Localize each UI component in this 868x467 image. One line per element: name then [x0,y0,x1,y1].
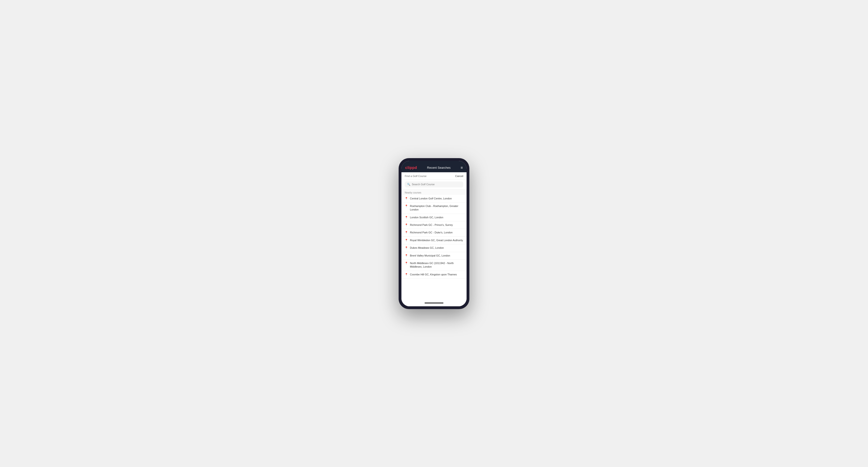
list-item[interactable]: 📍Brent Valley Municipal GC, London [401,252,467,259]
nav-title: Recent Searches [427,166,451,169]
course-name: Coombe Hill GC, Kingston upon Thames [410,273,457,276]
search-box: 🔍 [405,182,463,187]
course-name: Roehampton Club - Roehampton, Greater Lo… [410,205,463,212]
course-name: Richmond Park GC - Duke's, London [410,231,453,234]
course-name: Brent Valley Municipal GC, London [410,254,450,257]
course-list: 📍Central London Golf Centre, London📍Roeh… [401,195,467,279]
home-bar [425,303,443,304]
list-item[interactable]: 📍Dukes Meadows GC, London [401,244,467,252]
course-name: Royal Wimbledon GC, Great London Authori… [410,239,463,242]
pin-icon: 📍 [405,254,408,257]
course-name: Dukes Meadows GC, London [410,246,444,250]
find-label: Find a Golf Course [405,175,427,178]
app-logo: clippd [405,166,417,170]
pin-icon: 📍 [405,216,408,219]
list-item[interactable]: 📍Richmond Park GC - Prince's, Surrey [401,221,467,229]
status-bar [401,161,467,164]
phone-device: clippd Recent Searches ≡ Find a Golf Cou… [399,158,469,309]
list-item[interactable]: 📍North Middlesex GC (1011942 - North Mid… [401,259,467,271]
phone-screen: clippd Recent Searches ≡ Find a Golf Cou… [401,161,467,306]
list-item[interactable]: 📍Coombe Hill GC, Kingston upon Thames [401,271,467,278]
pin-icon: 📍 [405,205,408,208]
list-item[interactable]: 📍Royal Wimbledon GC, Great London Author… [401,237,467,244]
list-item[interactable]: 📍Richmond Park GC - Duke's, London [401,229,467,237]
list-item[interactable]: 📍Central London Golf Centre, London [401,195,467,203]
home-indicator [401,300,467,306]
course-name: North Middlesex GC (1011942 - North Midd… [410,261,463,269]
pin-icon: 📍 [405,223,408,226]
search-input[interactable] [412,183,461,186]
pin-icon: 📍 [405,197,408,200]
content-area: Find a Golf Course Cancel 🔍 Nearby cours… [401,172,467,300]
pin-icon: 📍 [405,246,408,249]
search-icon: 🔍 [407,183,410,186]
pin-icon: 📍 [405,231,408,234]
course-name: Richmond Park GC - Prince's, Surrey [410,223,453,227]
pin-icon: 📍 [405,239,408,242]
menu-icon[interactable]: ≡ [461,166,463,170]
cancel-button[interactable]: Cancel [455,175,463,178]
list-item[interactable]: 📍Roehampton Club - Roehampton, Greater L… [401,203,467,214]
search-container: 🔍 [401,180,467,189]
pin-icon: 📍 [405,273,408,276]
course-name: Central London Golf Centre, London [410,197,452,200]
pin-icon: 📍 [405,262,408,265]
find-header: Find a Golf Course Cancel [401,172,467,180]
nearby-section-label: Nearby courses [401,189,467,195]
nav-bar: clippd Recent Searches ≡ [401,164,467,172]
list-item[interactable]: 📍London Scottish GC, London [401,214,467,221]
course-name: London Scottish GC, London [410,216,443,219]
